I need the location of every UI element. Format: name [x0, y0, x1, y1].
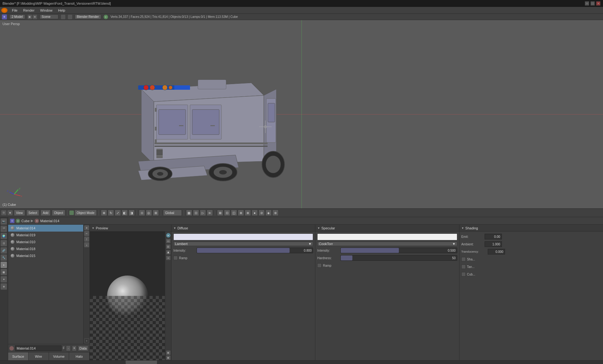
shading-cub-checkbox[interactable] — [461, 272, 466, 276]
toolbar-icon-anim2[interactable]: ⊡ — [193, 210, 199, 216]
toolbar-icon-view-type: ⊡ — [1, 210, 6, 215]
toolbar-icon-r8[interactable]: ◈ — [265, 210, 272, 216]
toolbar-icon-anim3[interactable]: ▷ — [200, 210, 206, 216]
specular-hardness-slider[interactable]: 50 — [340, 255, 457, 261]
shading-emit-input[interactable] — [485, 234, 502, 239]
preview-sphere-btn[interactable]: ● — [166, 233, 171, 238]
toolbar-icon-snap[interactable]: ⊙ — [139, 210, 145, 216]
minimize-button[interactable]: ─ — [585, 1, 589, 6]
prop-icon-world[interactable]: 🌍 — [1, 233, 7, 239]
preview-plane-btn[interactable]: ▭ — [166, 238, 171, 244]
shading-translucency-input[interactable] — [488, 249, 505, 254]
toolbar-icon-r9[interactable]: ⊛ — [272, 210, 279, 216]
viewport-3d[interactable]: User Persp — [0, 20, 603, 208]
shading-ambient-input[interactable] — [485, 241, 502, 247]
tab-surface[interactable]: Surface — [8, 352, 29, 360]
toolbar-icon-r4[interactable]: ⊕ — [238, 210, 244, 216]
preview-world-btn[interactable]: ⊗ — [166, 355, 171, 360]
scene-field[interactable]: Scene — [40, 14, 58, 19]
mat-item-1[interactable]: Material.019 — [8, 232, 83, 238]
view-menu-button[interactable]: View — [14, 210, 25, 216]
specular-ramp-checkbox[interactable] — [317, 263, 322, 268]
toolbar-icon-transform[interactable]: ⊕ — [101, 210, 107, 216]
svg-rect-15 — [192, 110, 219, 135]
scrollbar-thumb[interactable] — [126, 361, 157, 364]
mat-down-button[interactable]: ↓ — [84, 242, 89, 247]
menu-render[interactable]: Render — [21, 8, 37, 13]
diffuse-ramp-checkbox[interactable] — [173, 256, 178, 260]
svg-rect-36 — [156, 152, 163, 152]
mat-item-0[interactable]: Material.014 — [8, 225, 83, 232]
mat-type-dropdown[interactable]: Data — [78, 345, 88, 351]
add-menu-button[interactable]: Add — [41, 210, 51, 216]
diffuse-color-swatch[interactable] — [173, 233, 313, 240]
menu-help[interactable]: Help — [56, 8, 68, 13]
specular-shader-dropdown[interactable]: CookTorr ▼ — [317, 242, 457, 246]
global-dropdown[interactable]: Global — [163, 210, 182, 216]
toolbar-icon-prop[interactable]: ◎ — [146, 210, 152, 216]
mat-item-4[interactable]: Material.015 — [8, 252, 83, 259]
prop-icon-particles[interactable]: ✦ — [1, 276, 7, 282]
tab-volume[interactable]: Volume — [49, 352, 69, 360]
prop-icon-constraints[interactable]: 🔗 — [1, 247, 7, 254]
shading-tan-checkbox[interactable] — [461, 265, 466, 269]
toolbar-icon-r5[interactable]: ⊗ — [245, 210, 251, 216]
specular-intensity-slider[interactable]: 0.500 — [340, 248, 457, 253]
shading-translucency-label: Translucency: — [461, 250, 486, 253]
toolbar-icon-copy[interactable]: ⊞ — [153, 210, 159, 216]
svg-point-8 — [162, 85, 167, 90]
tab-halo[interactable]: Halo — [69, 352, 90, 360]
preview-cube-btn[interactable]: ⊡ — [166, 244, 171, 249]
mat-remove-button[interactable]: − — [84, 231, 89, 236]
diffuse-intensity-slider[interactable]: 0.800 — [197, 248, 313, 253]
bottom-scrollbar[interactable] — [0, 360, 603, 364]
mat-name-input[interactable] — [15, 345, 62, 351]
toolbar-icon-rotate[interactable]: ↻ — [108, 210, 114, 216]
prop-icon-render[interactable]: 📷 — [1, 218, 7, 225]
menu-window[interactable]: Window — [38, 8, 55, 13]
maximize-button[interactable]: □ — [590, 1, 595, 6]
specular-color-swatch[interactable] — [317, 233, 457, 240]
object-mode-button[interactable]: Object Mode — [74, 210, 97, 216]
toolbar-icon-scale[interactable]: ⤢ — [115, 210, 121, 216]
toolbar-icon-select1[interactable]: ◧ — [122, 210, 128, 216]
toolbar-icon-anim1[interactable]: ▦ — [186, 210, 192, 216]
mat-item-2[interactable]: Material.010 — [8, 238, 83, 245]
diffuse-triangle-icon: ▼ — [173, 227, 176, 230]
mode-2model-button[interactable]: 2 Model — [9, 14, 25, 19]
select-menu-button[interactable]: Select — [26, 210, 40, 216]
svg-point-42 — [265, 126, 266, 127]
prop-icon-scene[interactable]: 🎬 — [1, 226, 7, 232]
vehicle-svg — [110, 64, 286, 190]
tab-wire[interactable]: Wire — [29, 352, 49, 360]
preview-monkey-btn[interactable]: ♟ — [166, 250, 171, 255]
toolbar-icon-anim4[interactable]: ⊳ — [207, 210, 213, 216]
prop-icon-material[interactable]: ● — [1, 262, 7, 268]
toolbar-sep-4 — [161, 210, 161, 216]
diffuse-shader-dropdown[interactable]: Lambert ▼ — [173, 242, 313, 246]
toolbar-icon-r2[interactable]: ⊡ — [224, 210, 230, 216]
mat-make-single[interactable]: × — [72, 345, 77, 351]
object-menu-button[interactable]: Object — [52, 210, 65, 216]
close-button[interactable]: ✕ — [596, 1, 600, 6]
prop-icon-physics[interactable]: ⊗ — [1, 283, 7, 290]
toolbar-icon-select2[interactable]: ◨ — [128, 210, 135, 216]
toolbar-icon-r3[interactable]: ◫ — [231, 210, 237, 216]
breadcrumb-sep: ▶ — [31, 219, 33, 223]
toolbar-icon-r7[interactable]: ⊘ — [258, 210, 265, 216]
toolbar-icon-r1[interactable]: ⊠ — [217, 210, 223, 216]
prop-icon-texture[interactable]: ▦ — [1, 269, 7, 275]
menu-file[interactable]: File — [9, 8, 20, 13]
preview-hair-btn[interactable]: ⊸ — [166, 255, 171, 260]
mat-item-3[interactable]: Material.018 — [8, 245, 83, 252]
prop-icon-object[interactable]: ⊡ — [1, 240, 7, 246]
render-engine-button[interactable]: Blender Render — [75, 14, 101, 19]
shading-sha-checkbox[interactable] — [461, 257, 466, 261]
preview-light-btn[interactable]: ⊕ — [166, 350, 171, 355]
toolbar-icon-r6[interactable]: ● — [252, 210, 258, 216]
mat-users-count[interactable]: - — [66, 345, 71, 351]
mat-up-button[interactable]: ↑ — [84, 237, 89, 242]
prop-icon-modifiers[interactable]: 🔧 — [1, 254, 7, 261]
vehicle-model — [110, 64, 273, 190]
mat-add-button[interactable]: + — [84, 225, 89, 230]
